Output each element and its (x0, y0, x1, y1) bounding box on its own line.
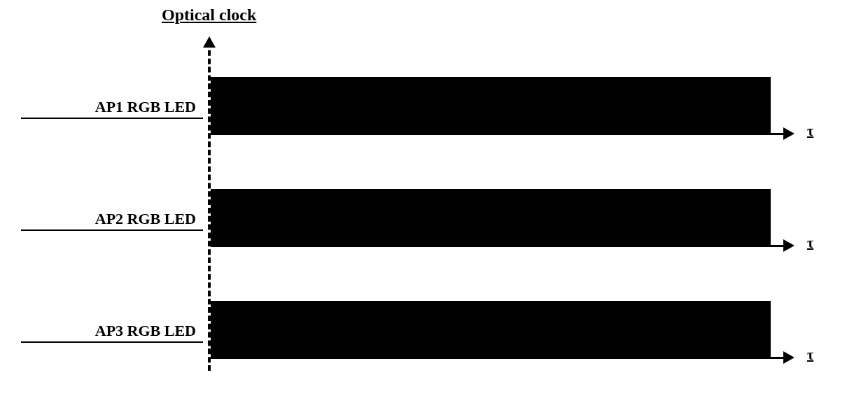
row-underline-ap1 (21, 118, 203, 119)
row-underline-ap2 (21, 229, 203, 231)
row-label-ap2: AP2 RGB LED (46, 210, 203, 228)
pulse-bar-ap1 (211, 77, 771, 133)
axis-label-ap2: τ (807, 235, 813, 251)
arrow-right-icon (783, 127, 794, 140)
arrow-right-icon (783, 351, 794, 364)
row-label-ap3: AP3 RGB LED (46, 322, 203, 340)
row-underline-ap3 (21, 341, 203, 343)
axis-label-ap1: τ (807, 123, 813, 139)
axis-label-ap3: τ (807, 347, 813, 363)
row-label-ap1: AP1 RGB LED (46, 98, 203, 116)
pulse-bar-ap3 (211, 301, 771, 357)
time-axis-ap1 (211, 133, 785, 135)
diagram-title: Optical clock (162, 6, 256, 24)
time-axis-ap3 (211, 357, 785, 359)
time-axis-ap2 (211, 245, 785, 247)
arrow-up-icon (203, 36, 216, 48)
pulse-bar-ap2 (211, 189, 771, 245)
arrow-right-icon (783, 239, 794, 252)
